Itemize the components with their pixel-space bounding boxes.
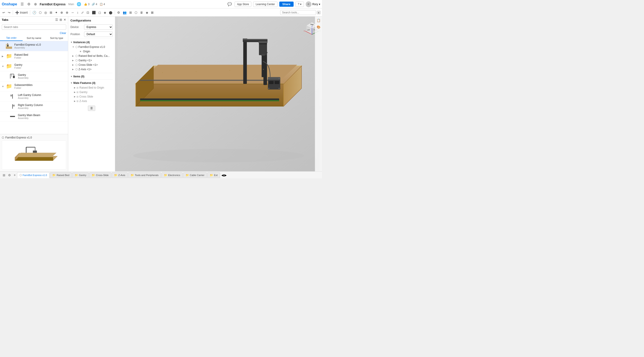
user-menu[interactable]: R Rory ▾ (306, 1, 320, 7)
instance-farmbot[interactable]: ▼ ⬡ FarmBot Express v1.0 (70, 45, 113, 49)
svg-text:Left: Left (307, 29, 310, 31)
mate-z-axis[interactable]: ▶ ⊞ Z-Axis (70, 99, 113, 103)
instances-header[interactable]: ▼ Instances (4) (70, 41, 113, 44)
btab-electronics[interactable]: 📁 Electronics (162, 172, 183, 178)
expand-arrow-subassemblies: ▼ (2, 85, 4, 88)
hamburger-menu-button[interactable]: ☰ (20, 2, 24, 7)
tool4-button[interactable]: ✦ (54, 10, 59, 15)
tab-settings-button[interactable]: ⚙ (7, 173, 12, 178)
tab-item-gantry-assembly[interactable]: Gantry Assembly (0, 71, 68, 82)
clear-button[interactable]: Clear (60, 32, 66, 35)
tab-icon-folder-gantry: 📁 (5, 63, 12, 70)
tabs-scroll-left[interactable]: ◀ (222, 173, 224, 177)
add-button[interactable]: ⊕ (33, 2, 38, 7)
tab-item-subassemblies[interactable]: ▼ 📁 Subassemblies Folder (0, 82, 68, 92)
btab-raised-bed[interactable]: 📁 Raised Bed (50, 172, 72, 178)
btab-ext[interactable]: 📁 Ext (207, 172, 220, 178)
tool12-button[interactable]: ◻ (97, 10, 102, 15)
tool7-button[interactable]: ↔ (70, 10, 75, 15)
instance-raised-bed[interactable]: ▶ ⬡ Raised Bed w/ Belts, Ca... (70, 54, 113, 58)
3d-scene: Top Right Left Y X Z 📋 🎨 (115, 16, 322, 171)
tab-item-farmbot-express[interactable]: FarmBot Express v1.0 Assembly (0, 41, 68, 51)
share-button[interactable]: Share (279, 2, 294, 7)
mate-gantry-icon: ⊞ (76, 91, 78, 94)
mate-features-header[interactable]: ▼ Mate Features (4) (70, 82, 113, 84)
appearance-button[interactable]: 🎨 (316, 24, 322, 30)
globe-icon-button[interactable]: 🌐 (76, 2, 82, 7)
onshape-logo[interactable]: Onshape (2, 2, 17, 6)
redo-button[interactable]: ↪ (7, 10, 12, 15)
instance-cross-slide[interactable]: ▶ ⬡ Cross-Slide <1> (70, 63, 113, 67)
properties-button[interactable]: 📋 (316, 18, 322, 23)
btab-z-axis[interactable]: 📁 Z-Axis (112, 172, 128, 178)
toolbar: ↩ ↪ ➕ Insert 🕐 ⬡ ◎ ⊞ ✦ ⊕ ⊗ ↔ ↕ ⤢ ⊡ ⬛ ◻ ◈… (0, 8, 322, 16)
svg-point-68 (230, 70, 230, 71)
instance-name-gantry: Gantry <1> (78, 59, 92, 62)
tab-item-left-gantry[interactable]: Left Gantry Column Assembly (0, 92, 68, 102)
tool11-button[interactable]: ⬛ (91, 10, 97, 15)
tab-item-right-gantry[interactable]: Right Gantry Column Assembly (0, 102, 68, 112)
mate-raised-bed-to-origin[interactable]: ▶ ⊞ Raised Bed to Origin (70, 86, 113, 90)
tool8-button[interactable]: ↕ (76, 10, 80, 15)
grid-button[interactable]: ⊞ (128, 10, 133, 15)
app-store-button[interactable]: App Store (234, 2, 251, 7)
insert-button[interactable]: ➕ Insert (14, 10, 29, 15)
tabs-search-input[interactable] (2, 24, 66, 30)
tab-item-raised-bed[interactable]: ▶ 📁 Raised Bed Folder (0, 51, 68, 61)
persons-button[interactable]: 👥 (122, 10, 128, 15)
tool9-button[interactable]: ⤢ (80, 10, 85, 15)
svg-point-66 (162, 72, 163, 73)
tool1-button[interactable]: ⬡ (38, 10, 43, 15)
tabs-grid-view-button[interactable]: ⊞ (60, 18, 62, 22)
expand-arrow-raised-bed: ▶ (2, 55, 4, 58)
btab-gantry[interactable]: 📁 Gantry (72, 172, 89, 178)
viewport[interactable]: Top Right Left Y X Z 📋 🎨 (115, 16, 322, 171)
btab-farmbot-express[interactable]: ⬡ FarmBot Express v1.0 (17, 172, 50, 178)
render-button[interactable]: ◈ (145, 10, 149, 15)
tool5-button[interactable]: ⊕ (59, 10, 64, 15)
sort-by-name-button[interactable]: Sort by name (22, 35, 45, 41)
position-select[interactable]: Default (84, 32, 113, 37)
feature-list-button[interactable]: ☰ (88, 106, 95, 111)
tab-type-right-gantry: Assembly (18, 107, 43, 110)
tabs-list-view-button[interactable]: ☰ (55, 18, 58, 22)
tool14-button[interactable]: ⬤ (108, 10, 114, 15)
device-select[interactable]: Express (84, 24, 113, 30)
tab-add-button[interactable]: + (13, 173, 16, 178)
history-button[interactable]: 🕐 (31, 10, 37, 15)
items-label: Items (0) (73, 75, 84, 78)
tool13-button[interactable]: ◈ (103, 10, 107, 15)
filter-button[interactable]: ⚙ (26, 2, 31, 7)
tool2-button[interactable]: ◎ (43, 10, 48, 15)
feature-list-area: ☰ (70, 106, 113, 111)
tab-layout-button[interactable]: ⊞ (2, 173, 6, 178)
learning-center-button[interactable]: Learning Center (253, 2, 277, 7)
tab-item-gantry-folder[interactable]: ▼ 📁 Gantry Folder (0, 61, 68, 71)
mate-gantry[interactable]: ▶ ⊞ Gantry (70, 90, 113, 94)
tool6-button[interactable]: ⊗ (64, 10, 70, 15)
btab-cable-carrier[interactable]: 📁 Cable Carrier (183, 172, 207, 178)
tab-item-gantry-beam[interactable]: Gantry Main Beam Assembly (0, 112, 68, 122)
sort-by-type-button[interactable]: Sort by type (46, 35, 68, 41)
items-header[interactable]: ▼ Items (0) (70, 75, 113, 78)
btab-cross-slide[interactable]: 📁 Cross-Slide (89, 172, 111, 178)
display-button[interactable]: 🖥 (139, 10, 144, 15)
toolbar-search-input[interactable] (280, 10, 316, 15)
chat-button[interactable]: 💬 (226, 2, 233, 7)
layers-button[interactable]: ⬡ (134, 10, 138, 15)
tabs-close-button[interactable]: ✕ (64, 18, 66, 22)
undo-button[interactable]: ↩ (1, 10, 6, 15)
settings-button[interactable]: ⚙ (116, 10, 121, 15)
btab-label-tools: Tools and Peripherals (135, 174, 158, 176)
instance-origin[interactable]: Origin (70, 49, 113, 54)
mate-cross-slide[interactable]: ▶ ⊞ Cross Slide (70, 94, 113, 99)
sort-tab-order-button[interactable]: Tab order (0, 35, 22, 41)
tabs-scroll-right[interactable]: ▶ (224, 173, 227, 177)
tool10-button[interactable]: ⊡ (86, 10, 90, 15)
tool3-button[interactable]: ⊞ (48, 10, 54, 15)
debug-button[interactable]: ⊠ (150, 10, 155, 15)
help-button[interactable]: ? ▾ (296, 2, 304, 7)
instance-z-axis[interactable]: ▶ ⬡ Z-Axis <1> (70, 67, 113, 72)
instance-gantry[interactable]: ▶ ⬡ Gantry <1> (70, 58, 113, 63)
btab-tools[interactable]: 📁 Tools and Peripherals (128, 172, 161, 178)
